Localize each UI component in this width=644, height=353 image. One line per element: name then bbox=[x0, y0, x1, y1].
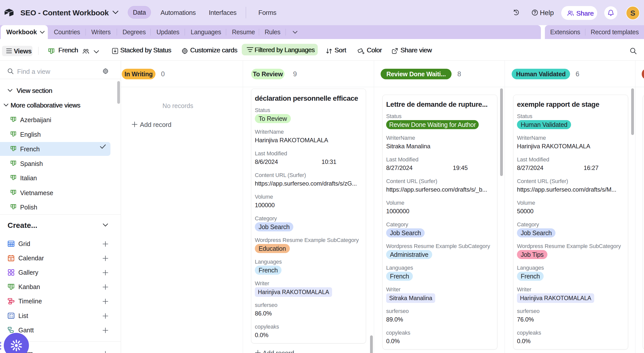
svg-text:31: 31 bbox=[10, 258, 13, 261]
